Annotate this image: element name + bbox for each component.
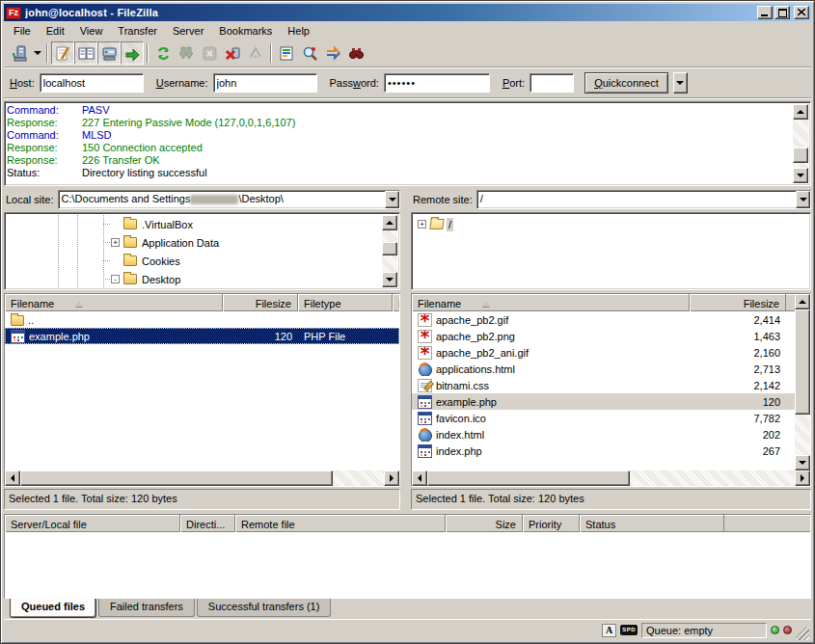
quickconnect-dropdown-button[interactable] — [673, 72, 688, 94]
scroll-right-button[interactable] — [384, 470, 399, 486]
column-header-remote-file[interactable]: Remote file — [235, 515, 446, 532]
scroll-right-button[interactable] — [795, 470, 810, 486]
remote-list-body[interactable]: apache_pb2.gif 2,414 apache_pb2.png 1,46… — [412, 311, 795, 470]
log-scrollbar[interactable] — [793, 104, 808, 183]
column-header-priority[interactable]: Priority — [523, 515, 580, 532]
synchronized-browsing-button[interactable] — [321, 41, 344, 65]
menu-item[interactable]: Transfer — [110, 23, 165, 39]
file-row[interactable]: bitnami.css 2,142 — [412, 377, 795, 393]
scroll-up-button[interactable] — [795, 294, 810, 309]
local-tree-scrollbar[interactable] — [382, 215, 397, 287]
queue-tab[interactable]: Successful transfers (1) — [197, 599, 332, 617]
remote-site-dropdown-button[interactable] — [796, 191, 810, 208]
quickconnect-button[interactable]: Quickconnect — [584, 72, 668, 94]
column-header-filename[interactable]: Filename — [5, 294, 223, 311]
resize-grip[interactable] — [796, 627, 809, 640]
column-header-direction[interactable]: Directi... — [180, 515, 235, 532]
remote-list-hscrollbar[interactable] — [412, 470, 810, 486]
menu-item[interactable]: View — [72, 23, 111, 39]
remote-site-combo[interactable]: / — [476, 190, 811, 209]
site-manager-dropdown-button[interactable] — [31, 41, 43, 65]
menu-item[interactable]: File — [6, 23, 39, 39]
port-input[interactable] — [530, 73, 574, 93]
scroll-track[interactable] — [382, 230, 397, 272]
file-row[interactable]: applications.html 2,713 — [412, 361, 795, 377]
tree-expander[interactable]: + — [111, 238, 120, 247]
file-row[interactable]: apache_pb2_ani.gif 2,160 — [412, 344, 795, 361]
file-row[interactable]: index.html 202 — [412, 426, 795, 443]
cancel-button[interactable] — [198, 41, 221, 65]
file-row[interactable]: index.php 267 — [412, 443, 795, 459]
column-header-filetype[interactable]: Filetype — [298, 294, 393, 311]
message-log[interactable]: Command: PASV Response: 227 Entering Pas… — [4, 101, 811, 186]
scroll-left-button[interactable] — [5, 470, 20, 486]
file-row[interactable]: apache_pb2.gif 2,414 — [412, 311, 795, 328]
scroll-thumb[interactable] — [793, 148, 808, 163]
find-files-button[interactable] — [344, 41, 367, 65]
local-site-dropdown-button[interactable] — [385, 191, 399, 208]
local-list-body[interactable]: .. example.php 120 PHP File 1 — [5, 311, 399, 470]
username-input[interactable] — [213, 73, 317, 93]
scroll-thumb[interactable] — [427, 470, 630, 486]
column-header-filesize[interactable]: Filesize — [690, 294, 786, 311]
file-row[interactable]: example.php 120 PHP File 1 — [5, 328, 399, 344]
remote-directory-tree[interactable]: + / — [411, 212, 811, 290]
column-header-status[interactable]: Status — [580, 515, 724, 532]
queue-tab[interactable]: Queued files — [10, 599, 96, 618]
toggle-remote-tree-button[interactable] — [97, 41, 121, 65]
menu-item[interactable]: Edit — [39, 23, 72, 39]
scroll-thumb[interactable] — [20, 470, 333, 486]
toggle-directory-trees-button[interactable] — [74, 41, 97, 65]
column-header-size[interactable]: Size — [446, 515, 523, 532]
minimize-button[interactable] — [757, 6, 773, 19]
tree-item[interactable]: .VirtualBox — [7, 215, 382, 233]
scroll-thumb[interactable] — [382, 242, 397, 255]
scroll-track[interactable] — [793, 120, 808, 168]
password-input[interactable] — [384, 73, 490, 93]
scroll-track[interactable] — [795, 309, 810, 455]
column-header-filesize[interactable]: Filesize — [223, 294, 298, 311]
tree-item[interactable]: - Desktop — [7, 270, 382, 288]
queue-tab[interactable]: Failed transfers — [98, 599, 195, 617]
remote-list-vscrollbar[interactable] — [795, 294, 810, 470]
scroll-up-button[interactable] — [382, 215, 397, 230]
scroll-thumb[interactable] — [795, 309, 810, 415]
reconnect-button[interactable] — [244, 41, 267, 65]
pane-splitter[interactable] — [400, 188, 411, 510]
toggle-transfer-queue-button[interactable] — [121, 41, 144, 65]
filter-button[interactable] — [275, 41, 298, 65]
menu-item[interactable]: Server — [165, 23, 211, 39]
column-header-server-local-file[interactable]: Server/Local file — [5, 515, 180, 532]
file-row[interactable]: apache_pb2.png 1,463 — [412, 328, 795, 344]
scroll-down-button[interactable] — [793, 168, 808, 183]
menu-item[interactable]: Bookmarks — [211, 23, 280, 39]
directory-comparison-button[interactable] — [298, 41, 321, 65]
local-directory-tree[interactable]: .VirtualBox + Application Data — [4, 212, 400, 290]
close-button[interactable] — [794, 6, 809, 19]
local-site-combo[interactable]: C:\Documents and Settings\Desktop\ — [58, 190, 400, 209]
local-list-hscrollbar[interactable] — [5, 470, 399, 486]
tree-item[interactable]: + Application Data — [7, 233, 382, 252]
column-header-filename[interactable]: Filename — [412, 294, 690, 311]
file-row[interactable]: example.php 120 — [412, 393, 795, 410]
maximize-button[interactable] — [774, 6, 790, 19]
process-queue-button[interactable] — [175, 41, 198, 65]
tree-item[interactable]: + / — [414, 215, 808, 233]
scroll-track[interactable] — [20, 470, 384, 486]
menu-item[interactable]: Help — [280, 23, 317, 39]
host-input[interactable] — [40, 73, 144, 93]
title-bar[interactable]: Fz john@localhost - FileZilla — [4, 4, 811, 21]
scroll-up-button[interactable] — [793, 104, 808, 120]
tree-expander[interactable]: + — [418, 220, 426, 228]
scroll-track[interactable] — [427, 470, 795, 486]
site-manager-button[interactable] — [8, 41, 31, 65]
column-header-lastmodified[interactable]: L — [393, 294, 400, 311]
file-row[interactable]: .. — [5, 311, 399, 328]
queue-body[interactable] — [5, 532, 810, 598]
scroll-down-button[interactable] — [382, 272, 397, 287]
tree-expander[interactable]: - — [111, 275, 120, 283]
scroll-down-button[interactable] — [795, 455, 810, 470]
scroll-left-button[interactable] — [412, 470, 427, 486]
refresh-button[interactable] — [151, 41, 175, 65]
file-row[interactable]: favicon.ico 7,782 — [412, 410, 795, 426]
